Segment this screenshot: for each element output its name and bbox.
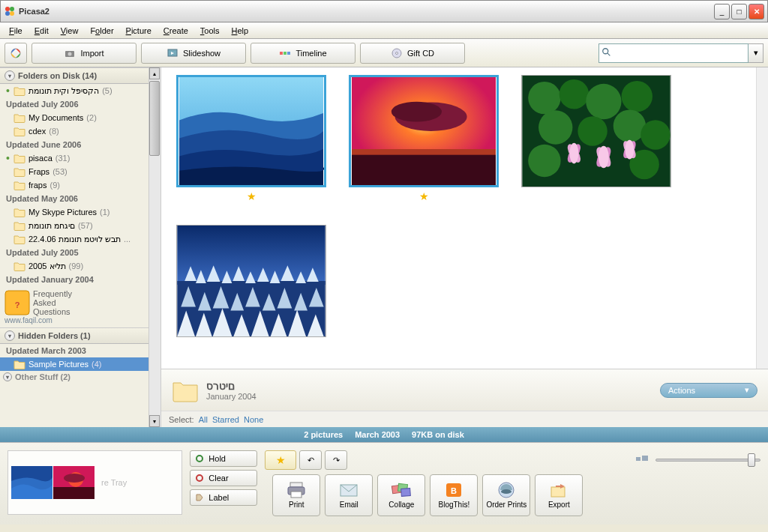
folder-row[interactable]: ▾ Other Stuff (2) — [0, 371, 148, 383]
order-prints-button[interactable]: Order Prints — [482, 474, 530, 516]
thumbnail[interactable] — [176, 225, 326, 337]
hold-button[interactable]: Hold — [190, 450, 257, 467]
faq-watermark: ? FrequentlyAskedQuestions www.faqil.com — [4, 289, 144, 324]
folder-row[interactable]: Sample Pictures (4) — [0, 357, 148, 371]
timeline-button[interactable]: Timeline — [250, 43, 356, 64]
svg-point-65 — [501, 489, 512, 494]
folder-row[interactable]: הקסיפל וקית תונומת (5) — [0, 84, 148, 97]
blogthis--button[interactable]: BBlogThis! — [430, 474, 478, 516]
sidebar: ▾ Folders on Disk (14) הקסיפל וקית תונומ… — [0, 67, 161, 427]
svg-rect-9 — [280, 52, 283, 55]
svg-point-3 — [10, 11, 14, 16]
section-header: Updated July 2006 — [0, 97, 148, 111]
menu-picture[interactable]: Picture — [120, 25, 158, 37]
svg-text:?: ? — [15, 300, 20, 309]
select-starred-link[interactable]: Starred — [212, 415, 239, 424]
svg-point-26 — [560, 79, 589, 109]
folder-row[interactable]: My Skype Pictures (1) — [0, 205, 148, 219]
folder-row[interactable]: 22.4.06 תבש לויטמ תונומת ... — [0, 232, 148, 246]
clear-icon — [195, 474, 204, 483]
status-month: March 2003 — [355, 430, 400, 439]
folder-row[interactable]: My Documents (2) — [0, 111, 148, 124]
picture-tray[interactable]: re Tray — [8, 450, 182, 515]
folder-info-bar: םיטרס January 2004 Actions▾ — [161, 369, 768, 411]
hidden-folders-header[interactable]: ▾ Hidden Folders (1) — [0, 327, 148, 344]
folder-icon — [172, 378, 199, 402]
clear-button[interactable]: Clear — [190, 470, 257, 486]
svg-point-43 — [625, 140, 634, 160]
label-icon — [195, 493, 204, 502]
sidebar-scrollbar[interactable]: ▴ ▾ — [148, 67, 160, 427]
export-button[interactable]: Export — [535, 474, 583, 516]
tool-strip: ★ ↶ ↷ PrintEmailCollageBBlogThis!Order P… — [265, 450, 760, 517]
select-all-link[interactable]: All — [199, 415, 208, 424]
folder-row[interactable]: תליא 2005 (99) — [0, 259, 148, 273]
folder-row[interactable]: Fraps (53) — [0, 165, 148, 178]
tray-thumb[interactable] — [53, 466, 94, 499]
folder-row[interactable]: fraps (9) — [0, 178, 148, 192]
menu-create[interactable]: Create — [158, 25, 194, 37]
tray-placeholder: re Tray — [101, 478, 127, 487]
content-scrollbar[interactable] — [756, 67, 768, 369]
menu-help[interactable]: Help — [226, 25, 255, 37]
print-button[interactable]: Print — [272, 474, 320, 516]
svg-point-28 — [622, 81, 652, 112]
svg-point-13 — [395, 52, 398, 54]
scroll-down-button[interactable]: ▾ — [149, 415, 160, 427]
actions-button[interactable]: Actions▾ — [660, 383, 758, 398]
folder-row[interactable]: םיגחמ תונומת (57) — [0, 219, 148, 232]
select-label: Select: — [169, 415, 194, 424]
zoom-slider[interactable] — [656, 459, 760, 462]
scroll-up-button[interactable]: ▴ — [149, 67, 160, 79]
scroll-thumb[interactable] — [149, 81, 160, 156]
menu-file[interactable]: File — [3, 25, 28, 37]
camera-icon — [64, 47, 76, 59]
chevron-down-icon: ▾ — [745, 385, 749, 395]
select-none-link[interactable]: None — [244, 415, 263, 424]
svg-point-21 — [392, 102, 442, 122]
giftcd-button[interactable]: Gift CD — [360, 43, 465, 64]
svg-point-25 — [528, 82, 560, 114]
rotate-cw-button[interactable]: ↷ — [325, 450, 347, 470]
folder-row[interactable]: cdex (8) — [0, 124, 148, 138]
search-input[interactable] — [598, 43, 748, 63]
folder-row[interactable]: pisaca (31) — [0, 151, 148, 165]
label-button[interactable]: Label — [190, 489, 257, 506]
app-icon — [4, 5, 16, 17]
search-dropdown-button[interactable]: ▾ — [748, 43, 764, 63]
star-button[interactable]: ★ — [265, 450, 296, 470]
svg-text:B: B — [451, 486, 457, 495]
svg-rect-66 — [551, 487, 565, 497]
svg-point-37 — [569, 143, 578, 164]
menu-folder[interactable]: Folder — [84, 25, 119, 37]
maximize-button[interactable]: □ — [731, 4, 747, 19]
slideshow-button[interactable]: Slideshow — [141, 43, 246, 64]
star-icon: ★ — [276, 454, 286, 466]
faq-icon: ? — [4, 290, 30, 315]
status-bar: 2 pictures March 2003 97KB on disk — [0, 427, 768, 442]
thumbnail[interactable] — [521, 75, 671, 202]
svg-point-40 — [598, 146, 609, 169]
folders-on-disk-header[interactable]: ▾ Folders on Disk (14) — [0, 67, 148, 84]
hold-icon — [195, 454, 204, 463]
menu-tools[interactable]: Tools — [194, 25, 226, 37]
toolbar: Import Slideshow Timeline Gift CD ▾ — [0, 39, 768, 67]
minimize-button[interactable]: _ — [714, 4, 730, 19]
slider-thumb[interactable] — [748, 453, 755, 467]
svg-rect-57 — [291, 492, 302, 498]
star-icon: ★ — [247, 190, 256, 202]
svg-point-27 — [586, 84, 621, 119]
picasa-logo-button[interactable] — [4, 43, 27, 64]
collage-button[interactable]: Collage — [377, 474, 425, 516]
thumbnail[interactable]: ★ — [176, 75, 326, 202]
import-button[interactable]: Import — [32, 43, 136, 64]
close-button[interactable]: ✕ — [748, 4, 764, 19]
thumbnail[interactable]: ★ — [349, 75, 499, 202]
svg-rect-11 — [287, 52, 290, 55]
svg-rect-23 — [352, 149, 496, 155]
tray-thumb[interactable] — [11, 466, 52, 499]
email-button[interactable]: Email — [325, 474, 373, 516]
menu-view[interactable]: View — [55, 25, 85, 37]
menu-edit[interactable]: Edit — [28, 25, 55, 37]
rotate-ccw-button[interactable]: ↶ — [299, 450, 322, 470]
